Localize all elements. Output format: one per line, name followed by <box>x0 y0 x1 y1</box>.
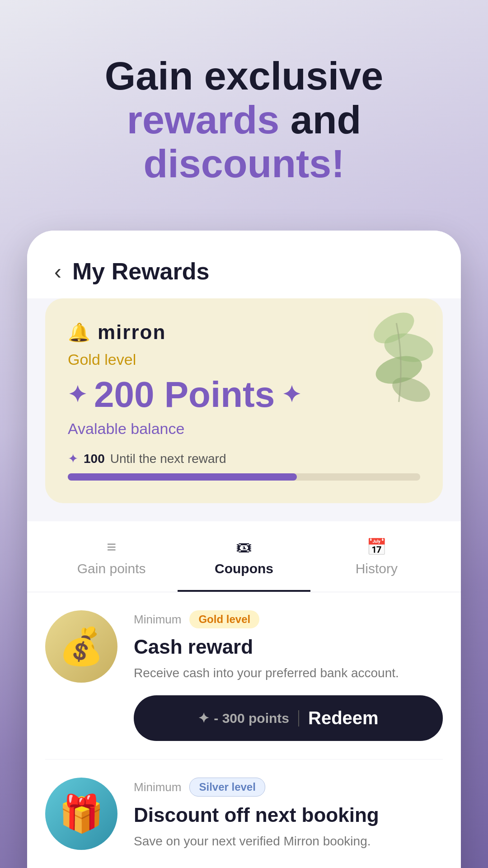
coupons-icon: 🎟 <box>236 538 252 557</box>
progress-bar-fill <box>68 473 297 481</box>
brand-icon: 🔔 <box>68 322 90 343</box>
points-value: 200 Points <box>94 374 275 415</box>
sparkle-right: ✦ <box>282 382 301 408</box>
hero-rewards: rewards <box>127 97 280 142</box>
gain-points-icon: ≡ <box>107 538 116 557</box>
btn-divider <box>298 710 299 726</box>
coupon-discount-title: Discount off next booking <box>134 804 443 826</box>
hero-title: Gain exclusive rewards and discounts! <box>36 54 452 185</box>
hero-and: and <box>279 97 361 142</box>
balance-label: Avalable balance <box>68 420 420 438</box>
coupon-discount-image: 🎁 <box>45 778 117 850</box>
discount-emoji: 🎁 <box>59 796 104 832</box>
redeem-label: Redeem <box>308 708 379 728</box>
redeem-cash-button[interactable]: ✦ - 300 points Redeem <box>134 695 443 741</box>
tab-coupons[interactable]: 🎟 Coupons <box>178 521 310 592</box>
coupon-discount-desc: Save on your next verified Mirron bookin… <box>134 832 443 851</box>
history-icon: 📅 <box>366 538 387 557</box>
progress-bar-bg <box>68 473 420 481</box>
next-reward-num: 100 <box>84 452 105 466</box>
minimum-label-cash: Minimum <box>134 613 181 627</box>
back-button[interactable]: ‹ <box>54 259 61 284</box>
tabs-row: ≡ Gain points 🎟 Coupons 📅 History <box>27 521 461 592</box>
points-card: 🔔 mirron Gold level ✦ 200 Points ✦ Avala… <box>45 298 443 503</box>
coupon-cash-image: 💰 <box>45 610 117 683</box>
phone-card: ‹ My Rewards 🔔 mirron Gold level ✦ 200 P… <box>27 231 461 868</box>
cash-emoji: 💰 <box>59 628 104 665</box>
coupon-discount: 🎁 Minimum Silver level Discount off next… <box>45 760 443 868</box>
coupon-cash-desc: Receive cash into your preferred bank ac… <box>134 664 443 683</box>
page-title: My Rewards <box>72 258 209 285</box>
minimum-row-cash: Minimum Gold level <box>134 610 443 628</box>
brand-name: mirron <box>98 321 166 344</box>
hero-section: Gain exclusive rewards and discounts! <box>0 0 488 212</box>
next-reward-row: ✦ 100 Until the next reward <box>68 451 420 466</box>
history-label: History <box>356 561 398 576</box>
tab-history[interactable]: 📅 History <box>310 521 443 592</box>
tab-gain-points[interactable]: ≡ Gain points <box>45 521 178 592</box>
app-header: ‹ My Rewards <box>27 231 461 298</box>
coupon-cash-content: Minimum Gold level Cash reward Receive c… <box>134 610 443 741</box>
next-reward-text: Until the next reward <box>110 452 226 466</box>
coupon-discount-content: Minimum Silver level Discount off next b… <box>134 778 443 863</box>
gain-points-label: Gain points <box>77 561 146 576</box>
coupon-cash-title: Cash reward <box>134 636 443 658</box>
redeem-points-display: ✦ - 300 points <box>198 710 289 726</box>
sparkle-left: ✦ <box>68 382 87 408</box>
redeem-sparkle: ✦ <box>198 710 209 726</box>
leaf-decoration <box>330 298 438 407</box>
coupons-label: Coupons <box>215 561 273 576</box>
coupons-list: 💰 Minimum Gold level Cash reward Receive… <box>27 592 461 868</box>
minimum-row-discount: Minimum Silver level <box>134 778 443 797</box>
next-reward-sparkle: ✦ <box>68 451 78 466</box>
hero-discounts: discounts! <box>144 141 345 186</box>
coupon-cash-reward: 💰 Minimum Gold level Cash reward Receive… <box>45 592 443 760</box>
gold-badge: Gold level <box>189 610 259 628</box>
hero-line1: Gain exclusive <box>105 53 383 98</box>
redeem-points-value: - 300 points <box>214 711 289 726</box>
silver-badge: Silver level <box>189 778 265 797</box>
minimum-label-discount: Minimum <box>134 780 181 794</box>
